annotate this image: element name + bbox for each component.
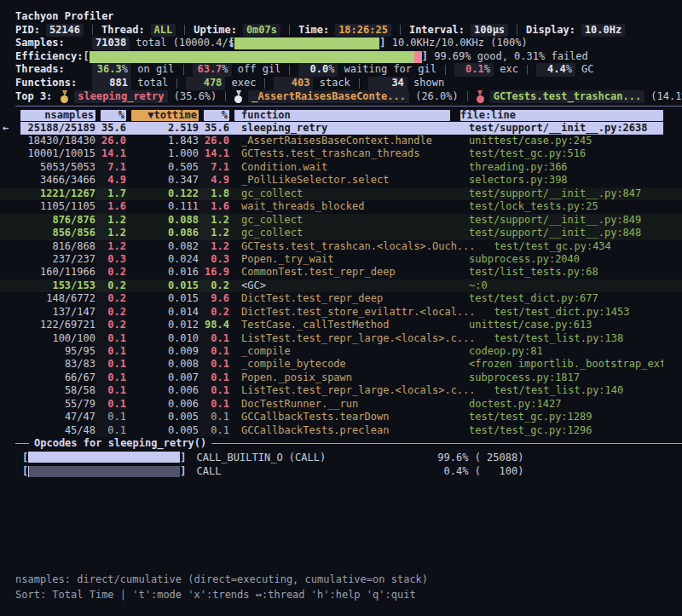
column-header-file-line[interactable]: file:line [450, 110, 663, 122]
stat-value-chip: 0m07s [243, 24, 280, 37]
table-row-cells[interactable]: 237/237 0.3 0.024 0.3 Popen._try_wait su… [20, 253, 663, 266]
metric-chip: 4.4% [536, 63, 575, 77]
cell-function: GCTests.test_trashcan_threads [229, 147, 450, 160]
metric-item: 36.3% on gil [92, 63, 175, 77]
cell-function: TestCase._callTestMethod [229, 319, 450, 331]
table-row-cells[interactable]: 160/11966 0.2 0.016 16.9 CommonTest.test… [20, 266, 663, 279]
table-row-cells[interactable]: 47/47 0.1 0.005 0.1 GCCallbackTests.tear… [20, 411, 663, 423]
column-header-function[interactable]: function [229, 110, 450, 122]
metric-rest: stack [313, 77, 350, 90]
column-header-percent-cumulative[interactable]: % [199, 110, 229, 122]
table-row-cells[interactable]: 95/95 0.1 0.009 0.1 _compile codeop.py:8… [20, 345, 663, 358]
table-row-cells[interactable]: 66/67 0.1 0.007 0.1 Popen._posix_spawn s… [20, 371, 663, 384]
open-bracket-icon [228, 37, 234, 50]
cell-percent-cumulative: 4.9 [199, 174, 229, 187]
stat-value: 10.0Hz [585, 24, 621, 36]
opcodes-header: Opcodes for sleeping_retry() [0, 437, 682, 451]
stat-item: Interval:100µs [409, 24, 508, 37]
table-row-cells[interactable]: 5053/5053 7.1 0.505 7.1 Condition.wait t… [20, 161, 663, 174]
separator [176, 78, 177, 89]
cell-percent-direct: 1.7 [95, 187, 126, 200]
samples-total-value: 71038 [95, 37, 126, 49]
samples-total-chip: 71038 [92, 37, 130, 50]
table-row-cells[interactable]: 10001/10015 14.1 1.000 14.1 GCTests.test… [20, 147, 663, 160]
metric-chip: 63.7% [193, 63, 232, 77]
stat-value: 0m07s [246, 24, 277, 36]
cell-nsamples: 18430/18430 [20, 135, 95, 147]
table-row-cells[interactable]: 122/69721 0.2 0.012 98.4 TestCase._callT… [20, 319, 663, 331]
top-function-item[interactable]: GCTests.test_trashcan... (14.1%) [477, 90, 682, 104]
table-row-cells[interactable]: 876/876 1.2 0.088 1.2 gc_collect test/su… [20, 214, 663, 227]
stat-item: Display:10.0Hz [526, 24, 625, 37]
opcode-bar-fill [28, 466, 29, 477]
stat-label: Interval: [409, 24, 465, 37]
top-function-item[interactable]: _AssertRaisesBaseConte... (26.0%) [234, 90, 458, 104]
column-header-nsamples[interactable]: nsamples [20, 110, 95, 122]
cell-percent-cumulative: 0.1 [199, 424, 229, 437]
stat-value-chip: ALL [151, 24, 176, 37]
table-row-cells[interactable]: 3466/3466 4.9 0.347 4.9 _PollLikeSelecto… [20, 174, 663, 187]
metric-unit: % [122, 63, 128, 75]
medal-icon [234, 90, 242, 103]
samples-label: Samples: [15, 37, 92, 50]
cell-file-line: test/support/__init__.py:847 [450, 187, 663, 200]
cell-percent-cumulative: 1.2 [199, 240, 229, 253]
efficiency-good-fill [90, 51, 414, 63]
separator [400, 25, 401, 35]
cell-tottime: 0.010 [126, 332, 199, 345]
metric-rest: exec [225, 77, 256, 90]
cell-function: DictTest.test_repr_deep [229, 292, 450, 305]
cell-percent-direct: 0.2 [95, 279, 126, 292]
metric-item: 4.4% GC [536, 63, 594, 77]
cell-file-line: test/list_tests.py:68 [450, 266, 663, 279]
cell-file-line: test/test_list.py:140 [476, 384, 682, 397]
metric-rest: off gil [232, 63, 281, 77]
column-header-percent-direct[interactable]: % [95, 110, 126, 122]
table-row-cells[interactable]: 153/153 0.2 0.015 0.2 <GC> ~:0 [20, 279, 663, 292]
table-row-cells[interactable]: 55/79 0.1 0.006 0.1 DocTestRunner.__run … [20, 398, 663, 411]
column-header-tottime[interactable]: ▼tottime [126, 110, 199, 122]
cell-file-line: subprocess.py:1817 [450, 371, 663, 384]
cell-function: Popen._try_wait [229, 253, 450, 266]
efficiency-failed-fill [414, 51, 422, 63]
footer-padding [0, 602, 682, 616]
table-row-cells[interactable]: 25188/25189 35.6 2.519 35.6 sleeping_ret… [20, 122, 663, 135]
table-row-cells[interactable]: 816/868 1.2 0.082 1.2 GCTests.test_trash… [20, 240, 682, 253]
table-row-cells[interactable]: 1221/1267 1.7 0.122 1.8 gc_collect test/… [20, 187, 663, 200]
functions-line: Functions: 881 total 478 exec 403 stack … [0, 77, 682, 90]
cell-tottime: 0.015 [126, 292, 199, 305]
metric-value: 36.3 [97, 63, 122, 75]
table-row-cells[interactable]: 1105/1105 1.6 0.111 1.6 wait_threads_blo… [20, 200, 663, 213]
metric-item: 403 stack [274, 77, 350, 90]
cell-percent-cumulative: 14.1 [199, 147, 229, 160]
footer-legend: nsamples: direct/cumulative (direct=exec… [0, 573, 682, 588]
cell-percent-cumulative: 1.2 [199, 227, 229, 239]
table-row-cells[interactable]: 18430/18430 26.0 1.843 26.0 _AssertRaise… [20, 135, 663, 147]
cell-nsamples: 45/48 [20, 424, 95, 437]
cell-file-line: test/test_gc.py:434 [476, 240, 682, 253]
cell-percent-direct: 0.2 [95, 266, 126, 279]
table-row-cells[interactable]: 100/100 0.1 0.010 0.1 ListTest.test_repr… [20, 332, 682, 345]
cell-file-line: unittest/case.py:613 [450, 319, 663, 331]
table-row-cells[interactable]: 137/147 0.2 0.014 0.2 DictTest.test_stor… [20, 306, 682, 319]
table-row: ← 95/95 0.1 0.009 0.1 _compile codeop.py… [0, 345, 682, 358]
table-row-cells[interactable]: 58/58 0.1 0.006 0.1 ListTest.test_repr_l… [20, 384, 682, 397]
top-function-item[interactable]: sleeping_retry (35.6%) [61, 90, 217, 104]
open-bracket-icon [22, 465, 28, 477]
metric-unit: % [484, 63, 490, 75]
cell-function: GCCallbackTests.tearDown [229, 411, 450, 423]
table-row-cells[interactable]: 856/856 1.2 0.086 1.2 gc_collect test/su… [20, 227, 663, 239]
cell-file-line: test/lock_tests.py:25 [450, 200, 663, 213]
table-row-cells[interactable]: 148/6772 0.2 0.015 9.6 DictTest.test_rep… [20, 292, 663, 305]
metric-value: 881 [109, 77, 128, 89]
cell-percent-cumulative: 0.1 [199, 398, 229, 411]
cell-percent-direct: 0.1 [95, 358, 126, 371]
cell-tottime: 0.082 [126, 240, 199, 253]
top-function-name: _AssertRaisesBaseConte... [248, 90, 409, 104]
table-row-cells[interactable]: 45/48 0.1 0.005 0.1 GCCallbackTests.prec… [20, 424, 663, 437]
table-row-cells[interactable]: 83/83 0.1 0.008 0.1 _compile_bytecode <f… [20, 358, 663, 371]
separator [264, 78, 265, 89]
cell-percent-cumulative: 16.9 [199, 266, 229, 279]
cell-percent-cumulative: 0.1 [199, 345, 229, 358]
separator [289, 25, 290, 35]
